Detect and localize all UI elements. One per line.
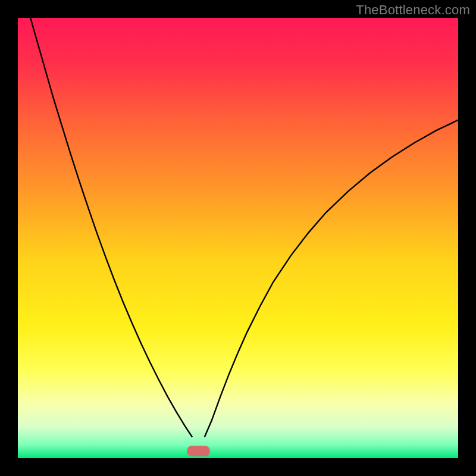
minimum-marker <box>187 446 209 456</box>
chart-frame: TheBottleneck.com <box>0 0 476 476</box>
chart-svg <box>18 18 458 458</box>
gradient-background <box>18 18 458 458</box>
watermark-text: TheBottleneck.com <box>356 2 470 18</box>
plot-area <box>18 18 458 458</box>
